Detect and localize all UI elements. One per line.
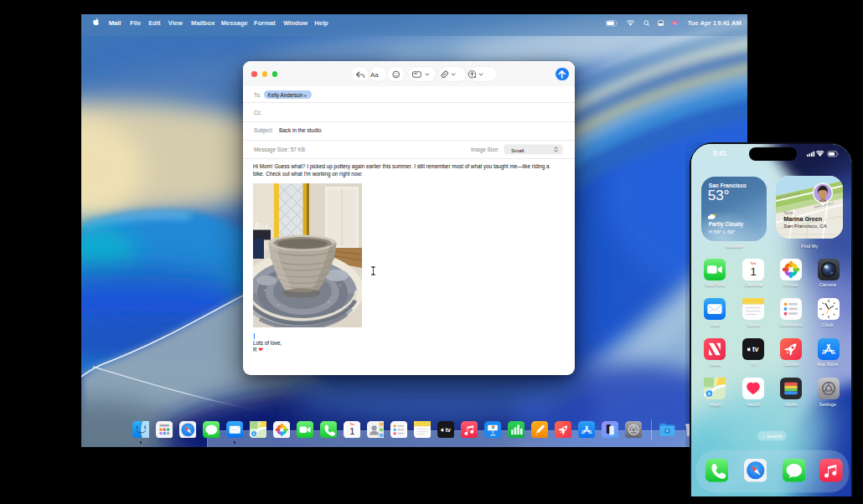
svg-text:tv: tv — [752, 346, 759, 353]
svg-text:tv: tv — [445, 427, 450, 433]
svg-text:Tue: Tue — [751, 260, 757, 265]
svg-text:1: 1 — [751, 265, 757, 278]
svg-text:1: 1 — [349, 426, 354, 436]
svg-text:Aa: Aa — [370, 71, 379, 79]
